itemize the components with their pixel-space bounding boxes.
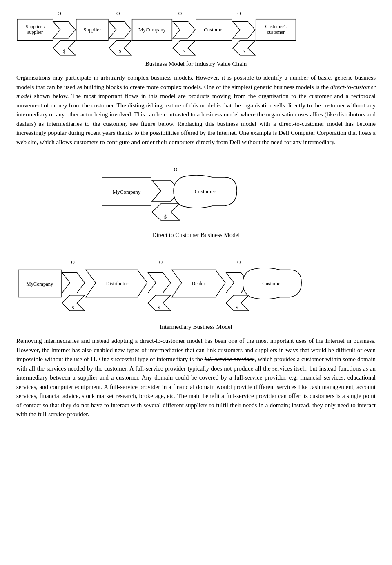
svg-text:Customer: Customer — [204, 27, 224, 33]
paragraph-2: Removing intermediaries and instead adop… — [16, 336, 376, 419]
svg-text:$: $ — [158, 305, 160, 310]
diagram1-caption: Business Model for Industry Value Chain — [16, 60, 376, 67]
svg-text:Supplier's: Supplier's — [26, 24, 45, 29]
svg-marker-10 — [109, 22, 131, 38]
svg-marker-4 — [53, 22, 76, 38]
svg-text:Customer: Customer — [195, 188, 216, 194]
svg-text:O: O — [237, 11, 241, 16]
paragraph1-text: Organisations may participate in arbitra… — [16, 74, 376, 90]
svg-marker-22 — [233, 22, 255, 38]
svg-text:supplier: supplier — [27, 30, 43, 35]
svg-text:O: O — [178, 11, 182, 16]
svg-text:Dealer: Dealer — [192, 281, 205, 286]
svg-text:O: O — [237, 260, 241, 265]
diagram2-caption: Direct to Customer Business Model — [16, 232, 376, 239]
svg-text:$: $ — [183, 49, 185, 54]
svg-text:Supplier: Supplier — [83, 27, 101, 33]
paragraph1b-text: shown below. The most important flows in… — [16, 93, 376, 145]
svg-marker-38 — [62, 272, 85, 293]
diagram3-caption: Intermediary Business Model — [16, 324, 376, 331]
svg-marker-16 — [173, 22, 195, 38]
svg-text:MyCompany: MyCompany — [27, 281, 53, 287]
svg-text:MyCompany: MyCompany — [113, 189, 141, 195]
svg-text:Customer: Customer — [262, 281, 282, 286]
svg-text:O: O — [174, 167, 178, 172]
svg-text:Distributor: Distributor — [106, 281, 129, 286]
svg-text:O: O — [71, 260, 75, 265]
italic2-text: full-service provider — [205, 356, 255, 362]
intermediary-diagram: MyCompany O $ Distributor O $ Dealer O $ — [16, 247, 376, 320]
svg-text:$: $ — [236, 305, 238, 310]
value-chain-diagram: Supplier's supplier O $ Supplier O $ MyC… — [16, 7, 376, 56]
svg-text:$: $ — [243, 49, 245, 54]
svg-text:$: $ — [119, 49, 121, 54]
paragraph2b-text: , which provides a customer within some … — [16, 356, 376, 418]
svg-text:MyCompany: MyCompany — [138, 27, 166, 33]
paragraph-1: Organisations may participate in arbitra… — [16, 73, 376, 147]
diagram2-caption-text: Direct to Customer Business Model — [152, 232, 240, 238]
svg-text:O: O — [159, 260, 163, 265]
svg-text:customer: customer — [267, 30, 285, 35]
svg-text:$: $ — [164, 214, 167, 220]
diagram1-caption-text: Business Model for Industry Value Chain — [145, 60, 247, 67]
svg-marker-44 — [148, 272, 170, 293]
diagram3-caption-text: Intermediary Business Model — [160, 324, 232, 330]
svg-text:$: $ — [63, 49, 65, 54]
svg-text:$: $ — [72, 305, 74, 310]
svg-text:Customer's: Customer's — [265, 24, 287, 29]
svg-text:O: O — [116, 11, 120, 16]
svg-text:O: O — [58, 11, 61, 16]
direct-to-customer-diagram: MyCompany O $ Customer — [16, 155, 376, 228]
